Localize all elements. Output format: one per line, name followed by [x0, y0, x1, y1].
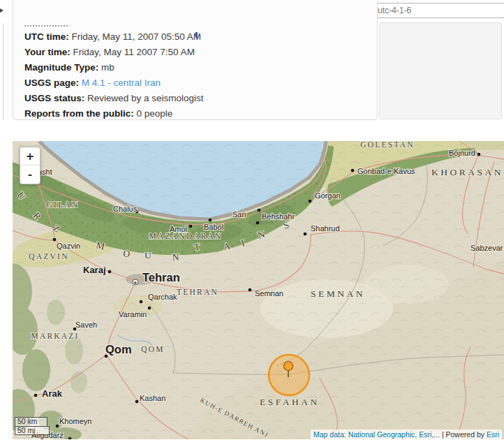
city-dot	[209, 219, 212, 222]
capital-star-glyph: ★	[133, 280, 138, 286]
map-label-esfahan: ESFAHAN	[260, 397, 320, 407]
detail-value: Friday, May 11, 2007 05:50 AM	[72, 31, 202, 42]
city-dot	[135, 400, 139, 404]
city-dot	[140, 300, 143, 304]
city-dot	[148, 307, 151, 310]
quake-details-card: UTC time: Friday, May 11, 2007 05:50 AM …	[13, 0, 378, 120]
map-label-qom: Qom	[105, 343, 132, 356]
map-label-golestan: GOLESTAN	[360, 141, 414, 149]
map-label-o: O	[123, 248, 131, 259]
detail-row-your-time: Your time: Friday, May 11 2007 7:50 AM	[24, 45, 377, 60]
attribution-separator: | Powered by	[440, 430, 487, 439]
map-attribution: Map data: National Geographic, Esri,... …	[311, 430, 502, 439]
city-dot	[189, 225, 193, 228]
city-dot	[34, 394, 38, 397]
map-label-sari: Sari	[232, 210, 246, 219]
map-label-sabzevar: Sabzevar	[470, 244, 503, 252]
detail-label: USGS status:	[24, 93, 84, 103]
map-label-chalus: Chalus	[113, 205, 138, 213]
earthquake-marker[interactable]	[269, 355, 309, 395]
map-label-gilan: GILAN	[47, 200, 80, 209]
map-data-link[interactable]: Map data: National Geographic, Esri,...	[313, 430, 440, 439]
map-label-tehran: Tehran	[142, 271, 180, 284]
map-label-khomeyn: Khomeyn	[59, 417, 91, 425]
detail-row-usgs-page: USGS page: M 4.1 - central Iran	[24, 75, 377, 91]
map-scale-control: 50 km 50 mi	[15, 417, 50, 435]
detail-row-magnitude-type: Magnitude Type: mb	[24, 60, 377, 75]
detail-value: mb	[101, 62, 114, 73]
scale-km: 50 km	[15, 417, 47, 426]
detail-value: Reviewed by a seismologist	[87, 93, 204, 103]
city-dot	[304, 233, 307, 236]
detail-value: Friday, May 11 2007 7:50 AM	[73, 47, 195, 57]
detail-row-usgs-status: USGS status: Reviewed by a seismologist	[24, 91, 377, 106]
map-label-saveh: Saveh	[75, 321, 97, 329]
detail-label: USGS page:	[24, 78, 79, 88]
map-label-varamin: Varamin	[119, 310, 147, 318]
city-dot	[53, 238, 57, 242]
map-label-karaj: Karaj	[83, 265, 106, 275]
map-label-n: N	[172, 251, 179, 263]
esri-link[interactable]: Esri	[487, 430, 499, 439]
city-dot	[258, 209, 261, 212]
map-label-babol: Babol	[204, 223, 223, 231]
scale-mi: 50 mi	[15, 426, 50, 435]
detail-label: Your time:	[24, 47, 71, 57]
map-label-qazvin: QAZVIN	[29, 252, 68, 261]
map-label-qom: QOM	[141, 345, 164, 353]
map-label-behshahr: Behshahr	[262, 212, 295, 221]
zoom-out-button[interactable]: -	[20, 166, 40, 184]
city-dot	[108, 270, 112, 274]
city-dot	[56, 425, 59, 428]
text-cursor	[195, 32, 198, 38]
page: ↻ ⌂ https://earthquaketrack.com/quakes/2…	[0, 0, 504, 447]
map-label-qarchak: Qarchak	[148, 293, 177, 301]
map-label-mazandaran: MAZANDARAN	[149, 232, 222, 240]
map-label-kashan: Kashan	[140, 394, 165, 402]
page-edge-line	[3, 23, 3, 120]
back-arrow-icon[interactable]	[0, 7, 3, 14]
detail-label: UTC time:	[24, 31, 69, 42]
detail-label: Magnitude Type:	[24, 62, 98, 73]
map-label-tehran: TEHRAN	[177, 288, 218, 296]
map-label-shahrud: Shahrud	[311, 224, 340, 233]
map-label-gorgan: Gorgan	[315, 191, 341, 200]
map-label-arak: Arak	[42, 388, 63, 399]
usgs-page-link[interactable]: M 4.1 - central Iran	[82, 78, 161, 88]
city-dot	[351, 169, 355, 173]
map-label-gonbad-e-kavus: Gonbad-e Kavus	[357, 167, 415, 175]
city-dot	[249, 288, 252, 292]
side-panel	[379, 22, 502, 119]
city-dot	[256, 221, 260, 225]
earthquake-map[interactable]: RashtChalusAmolBabolSariBehshahrShahrudG…	[13, 141, 504, 439]
detail-value: 0 people	[137, 108, 173, 119]
map-label-semnan: Semnan	[255, 289, 283, 298]
map-label-bojnurd: Bojnurd	[449, 149, 475, 157]
map-label-khorasan-: KHORASAN-	[431, 167, 504, 177]
map-zoom-control: + -	[20, 147, 40, 184]
detail-label: Reports from the public:	[24, 108, 134, 119]
zoom-in-button[interactable]: +	[20, 147, 40, 166]
detail-row-reports: Reports from the public: 0 people	[24, 106, 377, 122]
map-label-semnan: SEMNAN	[311, 288, 365, 299]
detail-row-utc-time: UTC time: Friday, May 11, 2007 05:50 AM	[24, 29, 377, 45]
quake-radius-circle	[269, 355, 309, 395]
map-label-markazi: MARKAZI	[31, 332, 79, 340]
city-dot	[477, 153, 481, 156]
map-label-u: U	[144, 250, 151, 261]
map-label-qazvin: Qazvin	[57, 242, 80, 250]
city-dot	[309, 200, 312, 203]
truncated-tooltip-text	[24, 22, 68, 27]
